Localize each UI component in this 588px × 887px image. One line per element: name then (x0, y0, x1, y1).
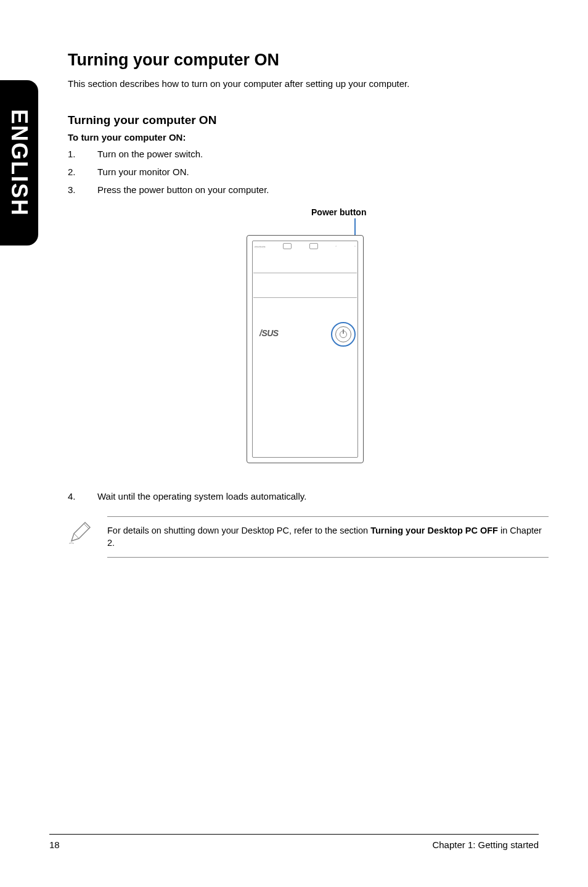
chapter-label: Chapter 1: Getting started (432, 840, 539, 850)
step-number: 4. (68, 491, 97, 501)
note-prefix: For details on shutting down your Deskto… (107, 526, 370, 535)
panel-line (253, 297, 357, 298)
note-block: For details on shutting down your Deskto… (68, 516, 549, 558)
power-button (335, 326, 351, 342)
step-number: 1. (68, 149, 97, 159)
sub-heading: Turning your computer ON (68, 113, 549, 127)
drive-slot-icon (309, 243, 318, 249)
step-item: 3. Press the power button on your comput… (68, 184, 549, 195)
step-text: Turn on the power switch. (97, 149, 549, 159)
steps-list-continued: 4. Wait until the operating system loads… (68, 491, 549, 501)
language-label: ENGLISH (6, 109, 32, 217)
step-text: Press the power button on your computer. (97, 184, 549, 195)
brand-logo: /SUS (259, 328, 279, 338)
step-item: 4. Wait until the operating system loads… (68, 491, 549, 501)
port-icon: ◦ (335, 244, 337, 248)
step-number: 3. (68, 184, 97, 195)
note-bold: Turning your Desktop PC OFF (370, 526, 498, 535)
computer-tower: ▭▭▭ ◦ ◦ /SUS (247, 235, 364, 463)
steps-list: 1. Turn on the power switch. 2. Turn you… (68, 149, 549, 195)
instruction-lead: To turn your computer ON: (68, 132, 549, 142)
page-footer: 18 Chapter 1: Getting started (49, 834, 539, 850)
drive-slot-icon (283, 243, 292, 249)
step-item: 2. Turn your monitor ON. (68, 167, 549, 177)
power-button-label: Power button (311, 207, 366, 217)
port-icon: ◦ (354, 244, 356, 248)
intro-text: This section describes how to turn on yo… (68, 78, 549, 89)
diagram-block: Power button ▭▭▭ ◦ ◦ /SUS (68, 207, 549, 472)
step-number: 2. (68, 167, 97, 177)
main-heading: Turning your computer ON (68, 51, 549, 70)
note-text: For details on shutting down your Deskto… (107, 516, 549, 558)
drive-slot-icon: ▭▭▭ (255, 244, 266, 249)
power-icon (340, 331, 347, 338)
page-content: Turning your computer ON This section de… (68, 51, 549, 558)
diagram: Power button ▭▭▭ ◦ ◦ /SUS (228, 207, 388, 472)
svg-line-1 (84, 524, 89, 529)
pencil-icon (68, 520, 92, 545)
step-text: Wait until the operating system loads au… (97, 491, 549, 501)
power-button-highlight (331, 322, 356, 347)
page-number: 18 (49, 840, 60, 850)
step-item: 1. Turn on the power switch. (68, 149, 549, 159)
panel-line (253, 273, 357, 273)
svg-line-0 (74, 534, 79, 538)
language-tab: ENGLISH (0, 80, 38, 245)
step-text: Turn your monitor ON. (97, 167, 549, 177)
drive-bay-row: ▭▭▭ ◦ ◦ (255, 243, 356, 249)
